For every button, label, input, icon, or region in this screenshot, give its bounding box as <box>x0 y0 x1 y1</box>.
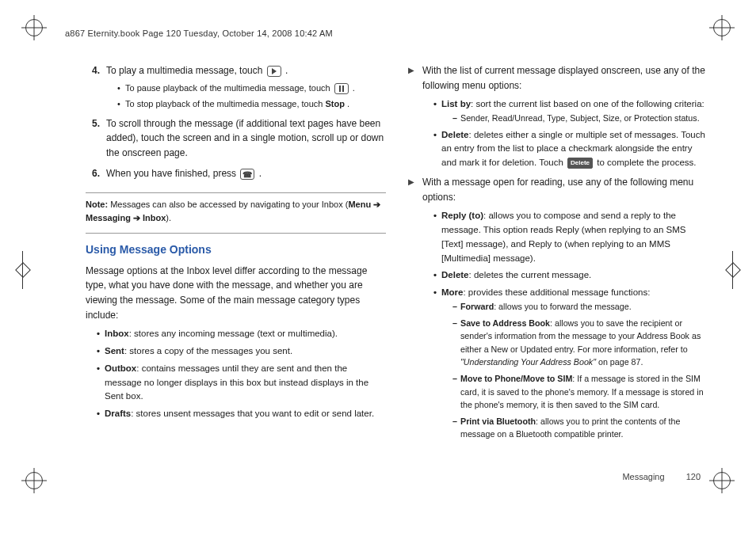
divider <box>86 233 386 234</box>
step-sub: To pause playback of the multimedia mess… <box>117 82 355 95</box>
list-item: Sent: stores a copy of the messages you … <box>97 344 386 359</box>
list-subitem: Sender, Read/Unread, Type, Subject, Size… <box>452 112 708 125</box>
footer-section: Messaging <box>622 472 664 481</box>
step-number: 6. <box>86 166 106 184</box>
registration-mark-icon <box>713 472 731 489</box>
list-subitem: Save to Address Book: allows you to save… <box>452 317 708 369</box>
step-5: 5. To scroll through the message (if add… <box>86 116 386 164</box>
list-item: Delete: deletes the current message. <box>433 268 708 283</box>
crop-guide-icon <box>17 251 29 289</box>
step-number: 5. <box>86 116 106 164</box>
registration-mark-icon <box>25 19 43 36</box>
list-item: List by: sort the current list based on … <box>433 97 708 124</box>
pause-icon <box>334 83 349 94</box>
list-item: Drafts: stores unsent messages that you … <box>97 407 386 421</box>
content-columns: 4. To play a multimedia message, touch .… <box>86 63 708 485</box>
step-text: When you have finished, press . <box>106 166 262 181</box>
step-4: 4. To play a multimedia message, touch .… <box>86 63 386 113</box>
step-6: 6. When you have finished, press . <box>86 166 386 184</box>
divider <box>86 192 386 193</box>
page-header-meta: a867 Eternity.book Page 120 Tuesday, Oct… <box>65 29 333 38</box>
list-item: Inbox: stores any incoming message (text… <box>97 327 386 341</box>
procedure-block: With the list of current message display… <box>408 63 708 170</box>
play-icon <box>267 66 281 77</box>
left-column: 4. To play a multimedia message, touch .… <box>86 63 386 485</box>
note-label: Note: <box>86 200 108 209</box>
list-item: Reply (to): allows you to compose and se… <box>433 209 708 265</box>
step-text: To play a multimedia message, touch . <box>106 63 355 78</box>
step-sub: To stop playback of the multimedia messa… <box>117 97 355 111</box>
registration-mark-icon <box>25 472 43 489</box>
step-number: 4. <box>86 63 106 113</box>
category-list: Inbox: stores any incoming message (text… <box>86 327 386 421</box>
procedure-block: With a message open for reading, use any… <box>408 175 708 441</box>
step-text: To scroll through the message (if additi… <box>106 116 386 161</box>
right-column: With the list of current message display… <box>408 63 708 485</box>
list-subitem: Move to Phone/Move to SIM: If a message … <box>452 372 708 412</box>
list-subitem: Forward: allows you to forward the messa… <box>452 300 708 314</box>
section-heading: Using Message Options <box>86 241 386 259</box>
crop-guide-icon <box>727 251 739 289</box>
list-item: Outbox: contains messages until they are… <box>97 362 386 404</box>
page-footer: Messaging 120 <box>622 472 701 481</box>
registration-mark-icon <box>713 19 731 36</box>
list-subitem: Print via Bluetooth: allows you to print… <box>452 415 708 441</box>
procedure-intro: With a message open for reading, use any… <box>422 175 708 204</box>
footer-page-number: 120 <box>686 472 701 481</box>
delete-button-icon: Delete <box>567 158 593 169</box>
end-call-icon <box>240 169 254 180</box>
procedure-intro: With the list of current message display… <box>422 63 708 93</box>
list-item: Delete: deletes either a single or multi… <box>433 128 708 170</box>
section-intro: Message options at the Inbox level diffe… <box>86 264 386 322</box>
note: Note: Messages can also be accessed by n… <box>86 198 386 225</box>
page: a867 Eternity.book Page 120 Tuesday, Oct… <box>0 0 756 540</box>
list-item: More: provides these additional message … <box>433 286 708 441</box>
